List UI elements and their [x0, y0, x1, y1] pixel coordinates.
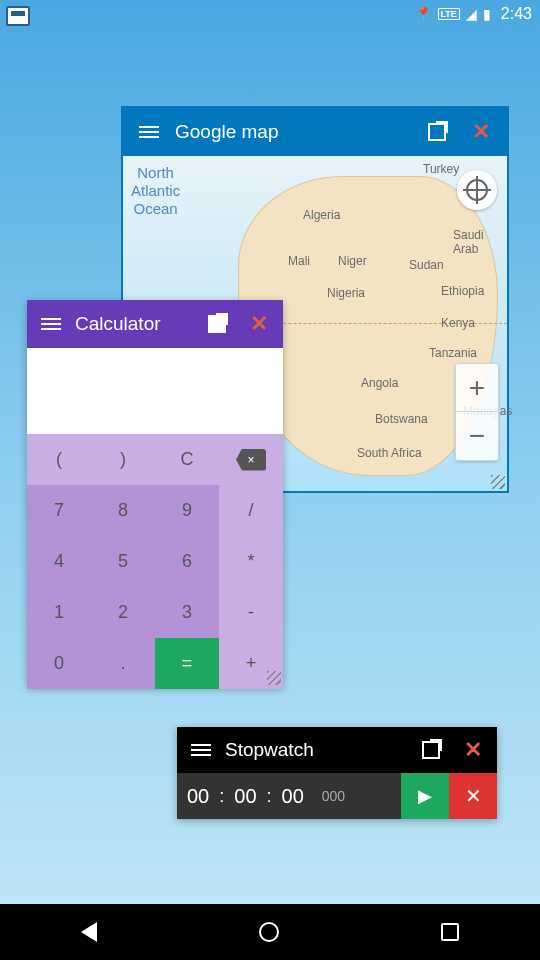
label-kenya: Kenya	[441, 316, 475, 330]
hamburger-icon	[41, 318, 61, 330]
play-icon: ▶	[418, 785, 432, 807]
crosshair-icon	[466, 179, 488, 201]
label-algeria: Algeria	[303, 208, 340, 222]
calculator-display	[27, 348, 283, 434]
stopwatch-body: 00 : 00 : 00 000 ▶ ✕	[177, 773, 497, 819]
zoom-in-button[interactable]: +	[456, 364, 498, 412]
maximize-button[interactable]	[199, 306, 235, 342]
label-saudi: Saudi Arab	[453, 228, 507, 256]
menu-button[interactable]	[33, 306, 69, 342]
hamburger-icon	[139, 126, 159, 138]
multiwindow-icon	[6, 6, 30, 26]
lparen-key[interactable]: (	[27, 434, 91, 485]
back-button[interactable]	[81, 922, 97, 942]
resize-grip[interactable]	[267, 671, 281, 685]
seconds: 00	[272, 785, 314, 808]
close-button[interactable]: ✕	[455, 732, 491, 768]
close-icon: ✕	[250, 311, 268, 337]
label-mali: Mali	[288, 254, 310, 268]
menu-button[interactable]	[183, 732, 219, 768]
key-7[interactable]: 7	[27, 485, 91, 536]
label-turkey: Turkey	[423, 162, 459, 176]
maximize-button[interactable]	[413, 732, 449, 768]
map-title: Google map	[175, 121, 411, 143]
my-location-button[interactable]	[457, 170, 497, 210]
key-4[interactable]: 4	[27, 536, 91, 587]
navigation-bar	[0, 904, 540, 960]
keypad-row: 7 8 9 /	[27, 485, 283, 536]
key-9[interactable]: 9	[155, 485, 219, 536]
key-1[interactable]: 1	[27, 587, 91, 638]
resize-grip[interactable]	[491, 475, 505, 489]
recents-icon	[441, 923, 459, 941]
keypad-row: 1 2 3 -	[27, 587, 283, 638]
key-0[interactable]: 0	[27, 638, 91, 689]
zoom-out-button[interactable]: −	[456, 412, 498, 460]
key-2[interactable]: 2	[91, 587, 155, 638]
keypad-row: 0 . = +	[27, 638, 283, 689]
fullscreen-icon	[208, 315, 226, 333]
key-6[interactable]: 6	[155, 536, 219, 587]
home-icon	[259, 922, 279, 942]
calculator-title: Calculator	[75, 313, 193, 335]
menu-button[interactable]	[131, 114, 167, 150]
status-bar: 📍 LTE ◢ ▮ 2:43	[0, 0, 540, 28]
close-icon: ✕	[472, 119, 490, 145]
key-equals[interactable]: =	[155, 638, 219, 689]
label-sudan: Sudan	[409, 258, 444, 272]
close-icon: ✕	[465, 784, 482, 808]
key-multiply[interactable]: *	[219, 536, 283, 587]
lte-icon: LTE	[438, 8, 460, 20]
ocean-label: North Atlantic Ocean	[131, 164, 180, 218]
fullscreen-icon	[422, 741, 440, 759]
back-icon	[81, 922, 97, 942]
home-button[interactable]	[259, 922, 279, 942]
label-tanzania: Tanzania	[429, 346, 477, 360]
key-5[interactable]: 5	[91, 536, 155, 587]
label-angola: Angola	[361, 376, 398, 390]
hamburger-icon	[191, 744, 211, 756]
milliseconds: 000	[314, 788, 401, 804]
minutes: 00	[224, 785, 266, 808]
key-divide[interactable]: /	[219, 485, 283, 536]
fullscreen-icon	[428, 123, 446, 141]
function-row: ( ) C ×	[27, 434, 283, 485]
reset-button[interactable]: ✕	[449, 773, 497, 819]
play-button[interactable]: ▶	[401, 773, 449, 819]
map-titlebar[interactable]: Google map ✕	[123, 108, 507, 156]
zoom-control: + −	[455, 363, 499, 461]
label-southafrica: South Africa	[357, 446, 422, 460]
signal-icon: ◢	[466, 6, 477, 22]
key-8[interactable]: 8	[91, 485, 155, 536]
keypad-row: 4 5 6 *	[27, 536, 283, 587]
maximize-button[interactable]	[419, 114, 455, 150]
rparen-key[interactable]: )	[91, 434, 155, 485]
clear-key[interactable]: C	[155, 434, 219, 485]
hours: 00	[177, 785, 219, 808]
stopwatch-title: Stopwatch	[225, 739, 407, 761]
close-icon: ✕	[464, 737, 482, 763]
battery-charging-icon: ▮	[483, 6, 491, 22]
label-ethiopia: Ethiopia	[441, 284, 484, 298]
key-minus[interactable]: -	[219, 587, 283, 638]
label-botswana: Botswana	[375, 412, 428, 426]
clock: 2:43	[501, 5, 532, 23]
stopwatch-titlebar[interactable]: Stopwatch ✕	[177, 727, 497, 773]
key-dot[interactable]: .	[91, 638, 155, 689]
label-nigeria: Nigeria	[327, 286, 365, 300]
calculator-titlebar[interactable]: Calculator ✕	[27, 300, 283, 348]
calculator-window: Calculator ✕ ( ) C × 7 8 9 / 4 5 6 * 1 2…	[27, 300, 283, 687]
label-niger: Niger	[338, 254, 367, 268]
close-button[interactable]: ✕	[241, 306, 277, 342]
close-button[interactable]: ✕	[463, 114, 499, 150]
key-3[interactable]: 3	[155, 587, 219, 638]
backspace-key[interactable]: ×	[219, 434, 283, 485]
location-icon: 📍	[415, 6, 432, 22]
recents-button[interactable]	[441, 923, 459, 941]
backspace-icon: ×	[236, 449, 266, 471]
stopwatch-window: Stopwatch ✕ 00 : 00 : 00 000 ▶ ✕	[177, 727, 497, 819]
